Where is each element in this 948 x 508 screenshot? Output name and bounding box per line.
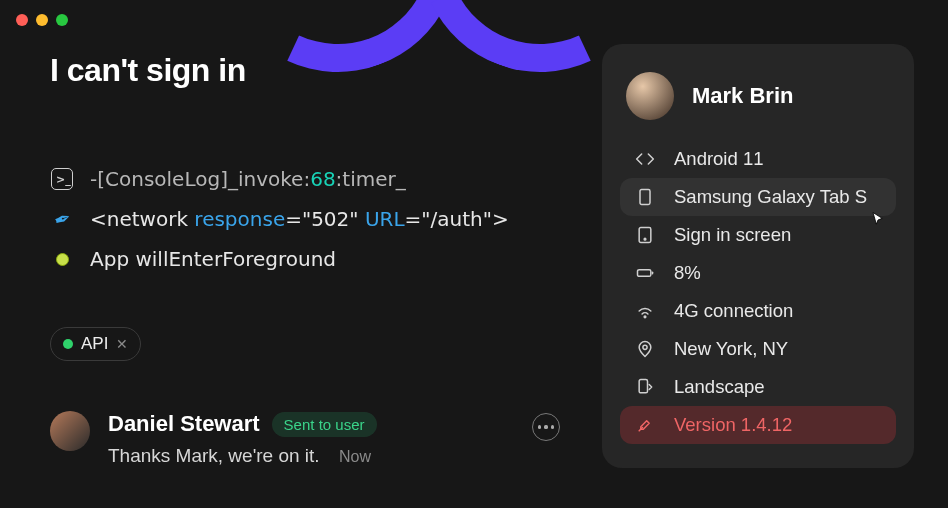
row-label: Sign in screen (674, 224, 791, 246)
device-info-panel: Mark Brin Android 11 Samsung Galaxy Tab … (602, 44, 914, 468)
svg-point-2 (644, 238, 646, 240)
tag-dot-icon (63, 339, 73, 349)
wifi-icon (634, 300, 656, 322)
tablet-icon (634, 186, 656, 208)
location-icon (634, 338, 656, 360)
comment-author: Daniel Stewart (108, 411, 260, 437)
ticket-title: I can't sign in (50, 52, 560, 89)
row-label: New York, NY (674, 338, 788, 360)
window-controls (16, 14, 68, 26)
battery-icon (634, 262, 656, 284)
row-network[interactable]: 4G connection (620, 292, 896, 330)
row-label: Android 11 (674, 148, 763, 170)
maximize-window[interactable] (56, 14, 68, 26)
log-output: >_ -[ConsoleLog]_invoke:68:timer_ ✒ <net… (50, 167, 560, 271)
log-line-app: App willEnterForeground (50, 247, 560, 271)
comment-block: Daniel Stewart Sent to user Thanks Mark,… (50, 411, 560, 467)
row-label: Samsung Galaxy Tab S (674, 186, 867, 208)
tools-icon (634, 414, 656, 436)
svg-rect-7 (639, 380, 647, 393)
row-battery[interactable]: 8% (620, 254, 896, 292)
row-os[interactable]: Android 11 (620, 140, 896, 178)
orientation-icon (634, 376, 656, 398)
log-line-console: >_ -[ConsoleLog]_invoke:68:timer_ (50, 167, 560, 191)
tag-label: API (81, 334, 108, 354)
minimize-window[interactable] (36, 14, 48, 26)
comment-time: Now (339, 448, 371, 465)
screen-icon (634, 224, 656, 246)
status-dot-icon (50, 247, 74, 271)
row-version[interactable]: Version 1.4.12 (620, 406, 896, 444)
row-screen[interactable]: Sign in screen (620, 216, 896, 254)
tag-api[interactable]: API ✕ (50, 327, 141, 361)
feather-icon: ✒ (50, 207, 74, 231)
svg-rect-0 (640, 190, 650, 205)
code-icon (634, 148, 656, 170)
row-label: Landscape (674, 376, 765, 398)
terminal-icon: >_ (50, 167, 74, 191)
row-location[interactable]: New York, NY (620, 330, 896, 368)
svg-point-6 (643, 345, 647, 349)
svg-point-5 (644, 316, 646, 318)
comment-body: Thanks Mark, we're on it. (108, 445, 320, 466)
tag-remove-icon[interactable]: ✕ (116, 336, 128, 352)
svg-rect-3 (638, 270, 651, 277)
row-device[interactable]: Samsung Galaxy Tab S (620, 178, 896, 216)
row-orientation[interactable]: Landscape (620, 368, 896, 406)
close-window[interactable] (16, 14, 28, 26)
user-name: Mark Brin (692, 83, 793, 109)
comment-status-badge: Sent to user (272, 412, 377, 437)
log-line-network: ✒ <network response="502" URL="/auth"> (50, 207, 560, 231)
row-label: 8% (674, 262, 701, 284)
row-label: 4G connection (674, 300, 793, 322)
avatar (626, 72, 674, 120)
row-label: Version 1.4.12 (674, 414, 792, 436)
avatar (50, 411, 90, 451)
comment-more-button[interactable] (532, 413, 560, 441)
